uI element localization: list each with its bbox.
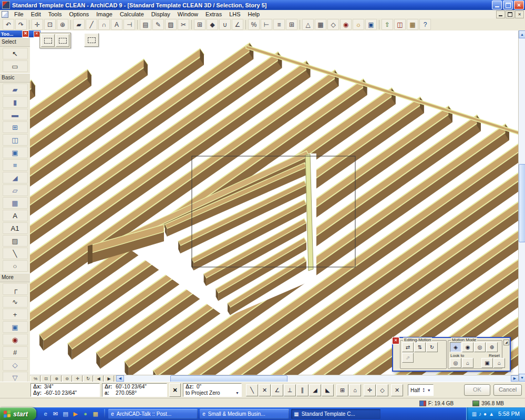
figure-tool[interactable]: ▣ [3,321,28,333]
look-home-icon[interactable]: ⌂ [462,358,473,368]
cursor-snap-vertex-icon[interactable]: ╲ [246,384,258,396]
grid-snap-icon[interactable]: ⊞ [336,384,348,396]
network-tray-icon[interactable]: ▥ [472,411,477,417]
library-icon[interactable]: ▦ [407,19,418,30]
gravity-snap-icon[interactable]: ⌂ [349,384,361,396]
story-icon[interactable]: ≡ [273,19,285,30]
scroll-right-icon[interactable]: ▶ [511,375,519,382]
sun-icon[interactable]: ☼ [353,19,364,30]
xy-tracker-box[interactable]: Δx:3/4" Δy:-60'-10 23/64" [30,383,100,397]
menu-extras[interactable]: Extras [202,11,225,18]
grid-icon[interactable]: ⊞ [286,19,297,30]
hotspot-tool[interactable]: + [3,309,28,320]
proportion-select[interactable]: Half ▲▼ ▼ [408,384,434,396]
chevron-down-icon[interactable]: ▼ [425,388,431,392]
column-tool[interactable]: ▮ [3,96,28,108]
arrow-tool[interactable]: ↖ [3,48,28,59]
marquee-type-button[interactable] [41,34,55,47]
layers-icon[interactable]: ▤ [140,19,151,30]
menu-file[interactable]: File [11,11,27,18]
archicad-tray-icon[interactable]: ▲ [489,411,494,417]
3d-view-icon[interactable]: ◇ [327,19,339,30]
pan-icon[interactable]: ✛ [32,19,43,30]
toolbox-close-icon[interactable]: ✕ [22,30,29,37]
scroll-down-icon[interactable]: ▼ [519,374,525,382]
pen-icon[interactable]: ✎ [152,19,164,30]
spline-tool[interactable]: ∿ [3,296,28,308]
start-button[interactable]: start [0,407,36,420]
menu-window[interactable]: Window [174,11,202,18]
zoom-out-icon[interactable]: ⊖ [62,375,72,382]
snap-offset-icon[interactable]: ◢ [309,384,321,396]
wall-tool[interactable]: ▰ [3,84,28,95]
menu-display[interactable]: Display [148,11,174,18]
3d-viewport[interactable]: ✕ ✕ Editing-Motion ⇄⇅↻ ⇗ Motion Mode ◈◉◎… [30,30,519,382]
zoom-in-icon[interactable]: ⊕ [52,375,61,382]
antivirus-tray-icon[interactable]: ● [483,411,487,417]
roof-tool[interactable]: ◢ [3,172,28,183]
menu-tools[interactable]: Tools [45,11,66,18]
z-tracker-box[interactable]: Δz:0" to Project Zero▼ [183,383,242,397]
scroll-left-icon[interactable]: ◀ [116,375,124,382]
text-icon[interactable]: A [111,19,122,30]
beam-tool[interactable]: ▬ [3,109,28,120]
polar-tracker-box[interactable]: Δr:60'-10 23/64" a:270.058° [102,383,167,397]
user-origin-button[interactable]: ✕ [169,383,181,397]
render-icon[interactable]: ▣ [365,19,377,30]
docked-palette-title[interactable]: ✕ [30,30,40,37]
menu-options[interactable]: Options [65,11,92,18]
menu-help[interactable]: Help [244,11,264,18]
cursor-snap-cross-icon[interactable]: ✕ [259,384,271,396]
polyline-tool[interactable]: ┌ [3,283,28,295]
group-icon[interactable]: ⊞ [194,19,205,30]
percent-icon[interactable]: % [248,19,260,30]
marquee-single-button[interactable] [84,33,99,47]
restore-button[interactable] [503,1,513,9]
snap-angle-icon[interactable]: ∠ [271,384,283,396]
arc-icon[interactable]: ∩ [98,19,110,30]
measure-icon[interactable]: ⊢ [261,19,272,30]
motion-palette-close-icon[interactable]: ✕ [392,337,399,344]
roof-icon[interactable]: △ [302,19,314,30]
publish-icon[interactable]: ⇧ [382,19,393,30]
msn-icon[interactable]: ● [81,409,90,418]
orbit-mode-icon[interactable]: ◈ [450,342,461,352]
wall-icon[interactable]: ▰ [73,19,85,30]
relative-coords-icon[interactable]: ✛ [364,384,376,396]
turn-mode-icon[interactable]: ↻ [426,342,438,352]
circle-tool[interactable]: ○ [3,260,28,272]
magnet-icon[interactable]: ∪ [219,19,231,30]
look-to-point-icon[interactable]: ◎ [450,358,461,368]
object-tool[interactable]: ▣ [3,147,28,158]
ok-button[interactable]: OK [464,384,490,396]
chevron-down-icon[interactable]: ▼ [233,390,239,396]
camera-tool[interactable]: ◉ [3,334,28,345]
fly-mode-icon[interactable]: ⇗ [402,353,414,363]
ie-icon[interactable]: e [41,409,50,418]
lock-icon[interactable]: ◆ [207,19,218,30]
zoom-mode-icon[interactable]: ⊕ [486,342,498,352]
cancel-button[interactable]: Cancel [493,384,522,396]
marquee-tool[interactable]: ▭ [3,60,28,72]
fit-in-window-icon[interactable]: ⊡ [41,375,51,382]
document-icon[interactable] [2,11,8,18]
menu-edit[interactable]: Edit [27,11,45,18]
orbit-icon[interactable]: ↻ [83,375,93,382]
snap-perpendicular-icon[interactable]: ⊥ [284,384,296,396]
teamwork-icon[interactable]: ◫ [394,19,406,30]
menu-image[interactable]: Image [92,11,116,18]
door-tool[interactable]: ◫ [3,134,28,146]
pan-hand-icon[interactable]: ✛ [73,375,83,382]
redo-icon[interactable]: ↷ [15,19,27,30]
fill-tool[interactable]: ▨ [3,235,28,247]
section-tool[interactable]: # [3,346,28,358]
minimize-button[interactable] [492,1,502,9]
zoom-icon[interactable]: ⊕ [57,19,68,30]
mdi-close-button[interactable]: ✕ [515,11,524,18]
text-tool[interactable]: A [3,210,28,221]
mdi-restore-button[interactable] [506,11,514,18]
help-icon[interactable]: ? [419,19,431,30]
mesh-icon[interactable]: ▦ [315,19,326,30]
scroll-zoom-icon[interactable]: % [30,375,40,382]
volume-tray-icon[interactable]: ♪ [479,411,481,417]
